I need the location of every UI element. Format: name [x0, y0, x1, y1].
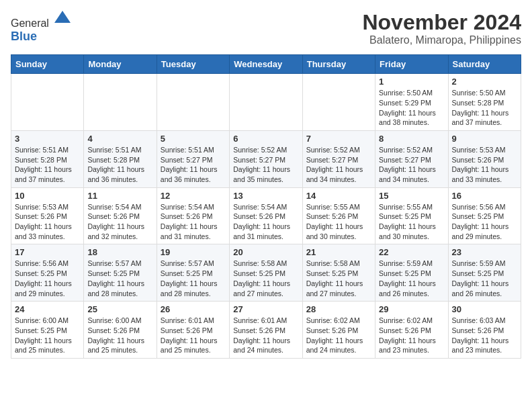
page-subtitle: Balatero, Mimaropa, Philippines: [362, 34, 521, 46]
calendar-day-cell: 10Sunrise: 5:53 AMSunset: 5:26 PMDayligh…: [11, 187, 84, 244]
day-info: Sunrise: 5:54 AMSunset: 5:26 PMDaylight:…: [161, 203, 218, 240]
day-info: Sunrise: 5:55 AMSunset: 5:26 PMDaylight:…: [306, 203, 363, 240]
day-number: 6: [233, 134, 298, 144]
calendar-day-cell: 26Sunrise: 6:01 AMSunset: 5:26 PMDayligh…: [157, 302, 229, 359]
calendar-day-cell: [302, 74, 375, 131]
day-info: Sunrise: 6:00 AMSunset: 5:26 PMDaylight:…: [87, 316, 144, 354]
day-info: Sunrise: 5:57 AMSunset: 5:25 PMDaylight:…: [161, 259, 218, 297]
calendar-week-row: 10Sunrise: 5:53 AMSunset: 5:26 PMDayligh…: [11, 187, 521, 244]
calendar-day-header: Thursday: [302, 55, 375, 74]
calendar-day-cell: 1Sunrise: 5:50 AMSunset: 5:29 PMDaylight…: [375, 74, 448, 131]
day-number: 20: [233, 247, 298, 257]
day-number: 23: [452, 247, 517, 257]
day-number: 14: [306, 191, 371, 201]
calendar-day-cell: 21Sunrise: 5:58 AMSunset: 5:25 PMDayligh…: [302, 244, 375, 302]
day-number: 19: [161, 247, 226, 257]
calendar-table: SundayMondayTuesdayWednesdayThursdayFrid…: [11, 54, 521, 359]
day-number: 27: [233, 304, 298, 314]
day-info: Sunrise: 6:01 AMSunset: 5:26 PMDaylight:…: [161, 316, 218, 354]
day-info: Sunrise: 6:01 AMSunset: 5:26 PMDaylight:…: [233, 316, 290, 354]
day-info: Sunrise: 5:53 AMSunset: 5:26 PMDaylight:…: [452, 146, 509, 183]
day-number: 30: [452, 304, 517, 314]
day-number: 1: [379, 77, 444, 87]
logo-general-text: General: [11, 17, 49, 29]
calendar-day-cell: 19Sunrise: 5:57 AMSunset: 5:25 PMDayligh…: [157, 244, 229, 302]
day-info: Sunrise: 6:02 AMSunset: 5:26 PMDaylight:…: [379, 316, 436, 354]
day-number: 3: [15, 134, 80, 144]
page-title: November 2024: [362, 11, 521, 34]
logo-icon: [53, 8, 72, 27]
day-number: 16: [452, 191, 517, 201]
day-info: Sunrise: 5:55 AMSunset: 5:25 PMDaylight:…: [379, 203, 436, 240]
title-area: November 2024 Balatero, Mimaropa, Philip…: [362, 11, 521, 46]
day-number: 8: [379, 134, 444, 144]
day-number: 2: [452, 77, 517, 87]
calendar-day-cell: [11, 74, 84, 131]
day-info: Sunrise: 5:52 AMSunset: 5:27 PMDaylight:…: [233, 146, 290, 183]
day-number: 11: [87, 191, 152, 201]
day-info: Sunrise: 5:57 AMSunset: 5:25 PMDaylight:…: [87, 259, 144, 297]
calendar-day-cell: 28Sunrise: 6:02 AMSunset: 5:26 PMDayligh…: [302, 302, 375, 359]
day-number: 17: [15, 247, 80, 257]
day-info: Sunrise: 5:52 AMSunset: 5:27 PMDaylight:…: [379, 146, 436, 183]
day-number: 12: [161, 191, 226, 201]
calendar-week-row: 1Sunrise: 5:50 AMSunset: 5:29 PMDaylight…: [11, 74, 521, 131]
calendar-day-cell: 24Sunrise: 6:00 AMSunset: 5:25 PMDayligh…: [11, 302, 84, 359]
day-number: 25: [87, 304, 152, 314]
calendar-day-cell: 16Sunrise: 5:56 AMSunset: 5:25 PMDayligh…: [448, 187, 521, 244]
calendar-day-cell: 4Sunrise: 5:51 AMSunset: 5:28 PMDaylight…: [84, 130, 157, 187]
day-info: Sunrise: 5:58 AMSunset: 5:25 PMDaylight:…: [233, 259, 290, 297]
day-number: 4: [87, 134, 152, 144]
calendar-day-cell: 5Sunrise: 5:51 AMSunset: 5:27 PMDaylight…: [157, 130, 229, 187]
day-info: Sunrise: 5:50 AMSunset: 5:28 PMDaylight:…: [452, 89, 509, 126]
logo: General Blue: [11, 11, 72, 44]
day-info: Sunrise: 6:02 AMSunset: 5:26 PMDaylight:…: [306, 316, 363, 354]
day-info: Sunrise: 5:59 AMSunset: 5:25 PMDaylight:…: [452, 259, 509, 297]
day-number: 15: [379, 191, 444, 201]
day-info: Sunrise: 5:52 AMSunset: 5:27 PMDaylight:…: [306, 146, 363, 183]
day-info: Sunrise: 5:56 AMSunset: 5:25 PMDaylight:…: [15, 259, 72, 297]
calendar-day-cell: 30Sunrise: 6:03 AMSunset: 5:26 PMDayligh…: [448, 302, 521, 359]
day-number: 28: [306, 304, 371, 314]
calendar-day-cell: 9Sunrise: 5:53 AMSunset: 5:26 PMDaylight…: [448, 130, 521, 187]
day-info: Sunrise: 5:59 AMSunset: 5:25 PMDaylight:…: [379, 259, 436, 297]
day-info: Sunrise: 6:00 AMSunset: 5:25 PMDaylight:…: [15, 316, 72, 354]
calendar-day-cell: 29Sunrise: 6:02 AMSunset: 5:26 PMDayligh…: [375, 302, 448, 359]
calendar-day-cell: 14Sunrise: 5:55 AMSunset: 5:26 PMDayligh…: [302, 187, 375, 244]
calendar-day-cell: 2Sunrise: 5:50 AMSunset: 5:28 PMDaylight…: [448, 74, 521, 131]
page: General Blue November 2024 Balatero, Mim…: [0, 0, 532, 369]
day-number: 29: [379, 304, 444, 314]
day-info: Sunrise: 6:03 AMSunset: 5:26 PMDaylight:…: [452, 316, 509, 354]
day-info: Sunrise: 5:50 AMSunset: 5:29 PMDaylight:…: [379, 89, 436, 126]
calendar-week-row: 24Sunrise: 6:00 AMSunset: 5:25 PMDayligh…: [11, 302, 521, 359]
day-number: 9: [452, 134, 517, 144]
calendar-day-cell: 22Sunrise: 5:59 AMSunset: 5:25 PMDayligh…: [375, 244, 448, 302]
day-info: Sunrise: 5:53 AMSunset: 5:26 PMDaylight:…: [15, 203, 72, 240]
logo-blue-text: Blue: [11, 30, 37, 43]
calendar-week-row: 3Sunrise: 5:51 AMSunset: 5:28 PMDaylight…: [11, 130, 521, 187]
day-number: 22: [379, 247, 444, 257]
calendar-day-cell: 3Sunrise: 5:51 AMSunset: 5:28 PMDaylight…: [11, 130, 84, 187]
day-info: Sunrise: 5:56 AMSunset: 5:25 PMDaylight:…: [452, 203, 509, 240]
calendar-day-cell: 11Sunrise: 5:54 AMSunset: 5:26 PMDayligh…: [84, 187, 157, 244]
day-info: Sunrise: 5:51 AMSunset: 5:27 PMDaylight:…: [161, 146, 218, 183]
calendar-day-cell: [230, 74, 302, 131]
day-number: 10: [15, 191, 80, 201]
day-info: Sunrise: 5:51 AMSunset: 5:28 PMDaylight:…: [15, 146, 72, 183]
calendar-day-cell: 18Sunrise: 5:57 AMSunset: 5:25 PMDayligh…: [84, 244, 157, 302]
calendar-day-header: Tuesday: [157, 55, 229, 74]
day-number: 24: [15, 304, 80, 314]
calendar-header-row: SundayMondayTuesdayWednesdayThursdayFrid…: [11, 55, 521, 74]
day-info: Sunrise: 5:54 AMSunset: 5:26 PMDaylight:…: [87, 203, 144, 240]
calendar-day-header: Monday: [84, 55, 157, 74]
calendar-day-cell: 17Sunrise: 5:56 AMSunset: 5:25 PMDayligh…: [11, 244, 84, 302]
calendar-day-cell: 15Sunrise: 5:55 AMSunset: 5:25 PMDayligh…: [375, 187, 448, 244]
calendar-day-header: Saturday: [448, 55, 521, 74]
calendar-day-header: Wednesday: [230, 55, 302, 74]
calendar-day-cell: [157, 74, 229, 131]
calendar-day-cell: 8Sunrise: 5:52 AMSunset: 5:27 PMDaylight…: [375, 130, 448, 187]
calendar-day-cell: 7Sunrise: 5:52 AMSunset: 5:27 PMDaylight…: [302, 130, 375, 187]
day-info: Sunrise: 5:51 AMSunset: 5:28 PMDaylight:…: [87, 146, 144, 183]
calendar-day-cell: 13Sunrise: 5:54 AMSunset: 5:26 PMDayligh…: [230, 187, 302, 244]
day-number: 18: [87, 247, 152, 257]
